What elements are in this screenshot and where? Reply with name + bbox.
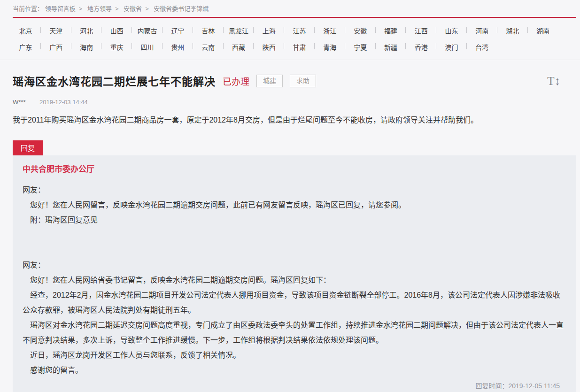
post-title: 瑶海区金水湾花园二期烂展七年不能解决 [13,73,216,89]
post-time: 2019-12-03 14:44 [39,99,88,106]
reply-box: 中共合肥市委办公厅 网友： 您好！您在人民网留言，反映金水湾花园二期逾期交房问题… [13,155,576,392]
post-header: 瑶海区金水湾花园二期烂展七年不能解决 已办理 城建 求助 T↕ [13,73,576,89]
reply-time-label: 回复时间： [476,382,509,390]
province-item: 台湾 [467,42,497,52]
province-item: 江苏 [284,26,315,35]
breadcrumb-item: 领导留言板> [45,5,86,12]
reply-paragraph: 您好！您在人民网给省委书记留言，反映金水湾花园二期逾期交房问题。瑶海区回复如下： [23,273,566,288]
province-link[interactable]: 江苏 [293,27,306,35]
post-tags: 城建 求助 [249,75,316,87]
province-link[interactable]: 甘肃 [293,44,306,51]
province-item: 贵州 [162,42,193,52]
reply-paragraph: 近日，瑶海区龙岗开发区工作人员与您联系，反馈了相关情况。 [23,348,566,363]
province-item: 浙江 [315,26,345,35]
post-content: 我于2011年购买瑶海区金水湾花园二期商品房一套，原定于2012年8月交房，但是… [13,115,576,126]
category-tag[interactable]: 求助 [290,75,316,87]
province-item: 甘肃 [284,42,315,52]
province-item: 天津 [41,26,71,35]
province-link[interactable]: 广西 [49,44,62,51]
reply-paragraph: 附：瑶海区回复意见 [23,213,566,228]
province-link[interactable]: 台湾 [475,44,488,51]
province-link[interactable]: 山东 [445,27,458,35]
reply-paragraph [23,243,566,258]
province-nav-row-2: 广东 广西 海南 重庆 四川 贵州 云南 西藏 陕西 甘肃 青海 宁夏 新疆 香… [10,42,580,52]
province-item: 上海 [254,26,284,35]
province-link[interactable]: 青海 [323,44,336,51]
breadcrumb-separator-icon: > [115,5,119,12]
province-link[interactable]: 湖南 [536,27,549,35]
province-link[interactable]: 河南 [475,27,488,35]
status-badge: 已办理 [223,75,249,87]
province-link[interactable]: 云南 [201,44,215,51]
province-link[interactable]: 天津 [49,27,62,35]
province-link[interactable]: 上海 [263,27,276,35]
province-item: 江西 [406,26,436,35]
breadcrumb-separator-icon: > [145,5,149,12]
province-item: 黑龙江 [224,26,254,35]
breadcrumb-item: 安徽省> [124,5,152,12]
breadcrumb-link[interactable]: 地方领导 [87,5,112,12]
province-link[interactable]: 江西 [415,27,428,35]
province-link[interactable]: 河北 [80,27,93,35]
breadcrumb-link[interactable]: 安徽省 [124,5,142,12]
province-item: 澳门 [436,42,467,52]
font-size-icon[interactable]: T↕ [547,75,560,87]
province-link[interactable]: 黑龙江 [229,27,248,35]
reply-department: 中共合肥市委办公厅 [23,165,566,174]
province-item: 河南 [467,26,497,35]
province-link[interactable]: 贵州 [171,44,184,51]
province-link[interactable]: 辽宁 [171,27,184,35]
reply-paragraph: 瑶海区对金水湾花园二期延迟交房问题高度重视，专门成立了由区委政法委牵头的处置工作… [23,318,566,348]
author-name: W*** [13,99,25,106]
breadcrumb-separator-icon: > [79,5,83,12]
province-link[interactable]: 福建 [384,27,397,35]
province-link[interactable]: 内蒙古 [138,27,157,35]
province-link[interactable]: 北京 [19,27,32,35]
breadcrumb-items: 领导留言板> 地方领导> 安徽省> 安徽省委书记李锦斌> [43,5,209,12]
province-link[interactable]: 安徽 [354,27,367,35]
category-tag[interactable]: 城建 [256,75,283,87]
province-link[interactable]: 湖北 [506,27,519,35]
province-nav-row-1: 北京 天津 河北 山西 内蒙古 辽宁 吉林 黑龙江 上海 江苏 浙江 安徽 福建… [10,26,580,35]
reply-tag: 回复 [13,140,43,155]
province-link[interactable]: 澳门 [445,44,458,51]
province-item: 陕西 [254,42,284,52]
reply-paragraph: 感谢您的留言。 [23,363,566,378]
province-link[interactable]: 西藏 [232,44,245,51]
province-item: 内蒙古 [132,26,162,35]
province-item: 广西 [41,42,71,52]
breadcrumb: 当前位置： 领导留言板> 地方领导> 安徽省> 安徽省委书记李锦斌> [0,0,580,17]
reply-paragraph: 您好！您在人民网留言，反映金水湾花园二期逾期交房问题，此前已有网友留言反映，瑶海… [23,198,566,213]
province-link[interactable]: 四川 [141,44,154,51]
reply-body: 网友： 您好！您在人民网留言，反映金水湾花园二期逾期交房问题，此前已有网友留言反… [23,183,566,378]
province-link[interactable]: 重庆 [110,44,124,51]
province-link[interactable]: 浙江 [323,27,336,35]
province-link[interactable]: 陕西 [263,44,276,51]
province-item: 河北 [71,26,102,35]
post-meta: W*** 2019-12-03 14:44 [13,99,576,106]
province-link[interactable]: 吉林 [201,27,215,35]
breadcrumb-item: 地方领导> [87,5,122,12]
province-link[interactable]: 宁夏 [354,44,367,51]
province-item: 广东 [10,42,41,52]
breadcrumb-item: 安徽省委书记李锦斌> [154,5,209,12]
breadcrumb-link[interactable]: 安徽省委书记李锦斌 [154,5,209,12]
province-item: 福建 [376,26,406,35]
province-link[interactable]: 山西 [110,27,124,35]
reply-time-row: 回复时间：2019-12-05 11:45 [23,381,566,390]
province-link[interactable]: 广东 [19,44,32,51]
province-item: 四川 [132,42,162,52]
reply-paragraph: 网友： [23,183,566,198]
reply-time: 2019-12-05 11:45 [509,382,560,390]
province-item: 湖北 [497,26,528,35]
province-link[interactable]: 香港 [415,44,428,51]
reply-paragraph [23,228,566,243]
province-link[interactable]: 海南 [80,44,93,51]
province-item: 辽宁 [162,26,193,35]
breadcrumb-link[interactable]: 领导留言板 [45,5,76,12]
reply-paragraph: 经查，2012年2月，因金水湾花园二期项目开发公司法定代表人挪用项目资金，导致该… [23,288,566,318]
province-item: 重庆 [101,42,132,52]
province-item: 湖南 [528,26,558,35]
province-item: 山西 [101,26,132,35]
province-link[interactable]: 新疆 [384,44,397,51]
